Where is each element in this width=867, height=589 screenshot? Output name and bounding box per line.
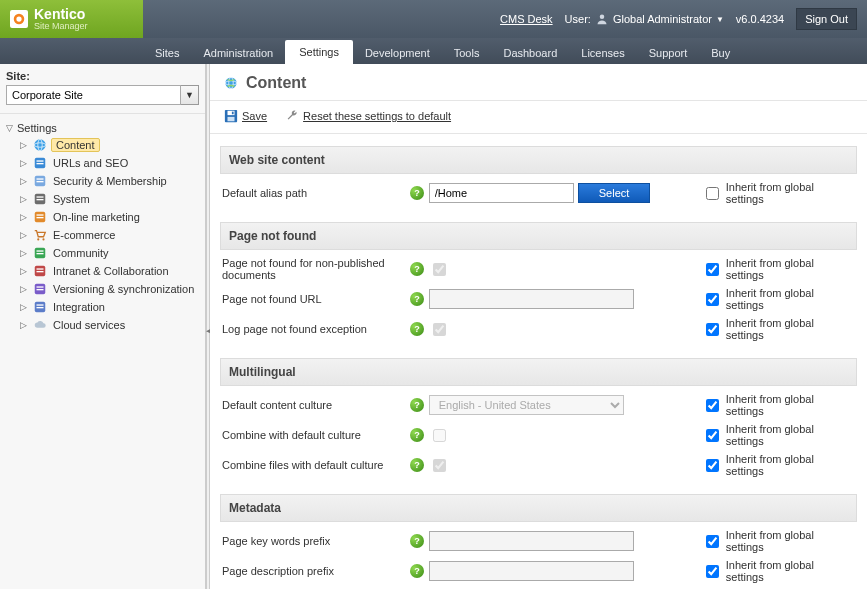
row-default-alias-path: Default alias path ? Select Inherit from… — [220, 178, 857, 208]
expand-icon[interactable]: ▷ — [20, 212, 29, 222]
expand-icon[interactable]: ▷ — [20, 158, 29, 168]
site-label: Site: — [6, 70, 199, 82]
tree-item-cloud-services[interactable]: ▷Cloud services — [16, 316, 203, 334]
tree-item-content[interactable]: ▷Content — [16, 136, 203, 154]
help-icon[interactable]: ? — [410, 428, 424, 442]
svg-point-1 — [16, 16, 21, 21]
svg-rect-22 — [37, 253, 44, 254]
expand-icon[interactable]: ▷ — [20, 230, 29, 240]
sidebar: Site: ▼ ▽ Settings ▷Content▷URLs and SEO… — [0, 64, 206, 589]
help-icon[interactable]: ? — [410, 458, 424, 472]
inherit-checkbox[interactable] — [706, 535, 719, 548]
tree-item-e-commerce[interactable]: ▷E-commerce — [16, 226, 203, 244]
expand-icon[interactable]: ▷ — [20, 266, 29, 276]
expand-icon[interactable]: ▷ — [20, 248, 29, 258]
default-alias-path-input[interactable] — [429, 183, 574, 203]
inherit-label: Inherit from global settings — [726, 423, 851, 447]
tree-item-versioning-synchronization[interactable]: ▷Versioning & synchronization — [16, 280, 203, 298]
cms-desk-link[interactable]: CMS Desk — [500, 13, 553, 25]
section-title: Multilingual — [220, 358, 857, 386]
tree-item-urls-and-seo[interactable]: ▷URLs and SEO — [16, 154, 203, 172]
svg-rect-17 — [37, 217, 44, 218]
section-title: Metadata — [220, 494, 857, 522]
site-select[interactable] — [6, 85, 181, 105]
svg-rect-24 — [37, 268, 44, 269]
inherit-checkbox[interactable] — [706, 187, 719, 200]
expand-icon[interactable]: ▷ — [20, 320, 29, 330]
tree-item-system[interactable]: ▷System — [16, 190, 203, 208]
marketing-icon — [33, 210, 47, 224]
sign-out-button[interactable]: Sign Out — [796, 8, 857, 30]
section-title: Page not found — [220, 222, 857, 250]
user-label: User: — [565, 13, 591, 25]
tree-item-integration[interactable]: ▷Integration — [16, 298, 203, 316]
inherit-label: Inherit from global settings — [726, 453, 851, 477]
page-title: Content — [246, 74, 306, 92]
inherit-checkbox[interactable] — [706, 565, 719, 578]
inherit-checkbox[interactable] — [706, 399, 719, 412]
tree-item-label: Integration — [51, 301, 107, 313]
tree-item-label: E-commerce — [51, 229, 117, 241]
menu-tab-settings[interactable]: Settings — [285, 40, 353, 64]
help-icon[interactable]: ? — [410, 292, 424, 306]
menu-tab-licenses[interactable]: Licenses — [569, 41, 636, 64]
menu-tab-buy[interactable]: Buy — [699, 41, 742, 64]
tree-item-on-line-marketing[interactable]: ▷On-line marketing — [16, 208, 203, 226]
brand-sub: Site Manager — [34, 22, 88, 31]
inherit-label: Inherit from global settings — [726, 393, 851, 417]
collapse-icon[interactable]: ▽ — [6, 123, 13, 133]
globe-icon — [33, 138, 47, 152]
inherit-checkbox[interactable] — [706, 459, 719, 472]
description-prefix-input — [429, 561, 634, 581]
svg-rect-38 — [232, 112, 234, 115]
inherit-checkbox[interactable] — [706, 323, 719, 336]
inherit-checkbox[interactable] — [706, 293, 719, 306]
tree-item-security-membership[interactable]: ▷Security & Membership — [16, 172, 203, 190]
help-icon[interactable]: ? — [410, 534, 424, 548]
inherit-checkbox[interactable] — [706, 429, 719, 442]
svg-rect-10 — [37, 178, 44, 179]
menu-tab-sites[interactable]: Sites — [143, 41, 191, 64]
expand-icon[interactable]: ▷ — [20, 284, 29, 294]
help-icon[interactable]: ? — [410, 564, 424, 578]
expand-icon[interactable]: ▷ — [20, 194, 29, 204]
inherit-label: Inherit from global settings — [726, 257, 851, 281]
inherit-label: Inherit from global settings — [726, 559, 851, 583]
tree-item-community[interactable]: ▷Community — [16, 244, 203, 262]
row-default-culture: Default content culture ? English - Unit… — [220, 390, 857, 420]
svg-point-2 — [600, 15, 605, 20]
cart-icon — [33, 228, 47, 242]
save-icon — [224, 109, 238, 123]
section-page-not-found: Page not found Page not found for non-pu… — [220, 222, 857, 346]
field-label: Page key words prefix — [220, 535, 405, 547]
save-button[interactable]: Save — [224, 109, 267, 123]
menu-tab-support[interactable]: Support — [637, 41, 700, 64]
help-icon[interactable]: ? — [410, 262, 424, 276]
help-icon[interactable]: ? — [410, 398, 424, 412]
menu-tab-administration[interactable]: Administration — [191, 41, 285, 64]
urls-icon — [33, 156, 47, 170]
user-indicator[interactable]: User: Global Administrator ▼ — [565, 12, 724, 26]
svg-rect-7 — [37, 160, 44, 161]
tree-root[interactable]: ▽ Settings — [2, 120, 203, 136]
main-menu: SitesAdministrationSettingsDevelopmentTo… — [0, 38, 867, 64]
field-label: Page description prefix — [220, 565, 405, 577]
tree-item-intranet-collaboration[interactable]: ▷Intranet & Collaboration — [16, 262, 203, 280]
settings-tree: ▽ Settings ▷Content▷URLs and SEO▷Securit… — [0, 114, 205, 589]
menu-tab-tools[interactable]: Tools — [442, 41, 492, 64]
menu-tab-development[interactable]: Development — [353, 41, 442, 64]
svg-rect-31 — [37, 307, 44, 308]
select-path-button[interactable]: Select — [578, 183, 651, 203]
expand-icon[interactable]: ▷ — [20, 140, 29, 150]
inherit-checkbox[interactable] — [706, 263, 719, 276]
site-select-dropdown-button[interactable]: ▼ — [181, 85, 199, 105]
community-icon — [33, 246, 47, 260]
tree-item-label: Community — [51, 247, 111, 259]
expand-icon[interactable]: ▷ — [20, 302, 29, 312]
tree-item-label: System — [51, 193, 92, 205]
help-icon[interactable]: ? — [410, 186, 424, 200]
reset-defaults-button[interactable]: Reset these settings to default — [285, 109, 451, 123]
expand-icon[interactable]: ▷ — [20, 176, 29, 186]
menu-tab-dashboard[interactable]: Dashboard — [491, 41, 569, 64]
help-icon[interactable]: ? — [410, 322, 424, 336]
